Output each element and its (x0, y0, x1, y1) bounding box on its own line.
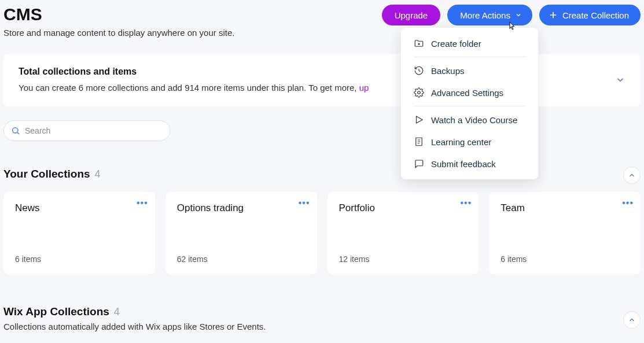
dropdown-item-watch-video[interactable]: Watch a Video Course (401, 109, 538, 131)
card-count: 6 items (15, 255, 143, 264)
search-icon (11, 126, 20, 135)
dropdown-divider (414, 106, 525, 106)
banner-title: Total collections and items (19, 67, 369, 77)
collection-card[interactable]: ••• Team 6 items (489, 192, 641, 274)
dropdown-label: Advanced Settings (431, 88, 503, 98)
feedback-icon (414, 158, 424, 169)
page-subtitle: Store and manage content to display anyw… (3, 28, 234, 38)
card-more-icon[interactable]: ••• (137, 198, 148, 208)
collection-card[interactable]: ••• News 6 items (3, 192, 155, 274)
dropdown-item-backups[interactable]: Backups (401, 60, 538, 82)
your-collections-title: Your Collections (3, 168, 90, 180)
collapse-wix-collections-button[interactable] (623, 311, 641, 329)
plan-info-banner: Total collections and items You can crea… (3, 54, 641, 106)
history-icon (414, 65, 424, 76)
more-actions-label: More Actions (460, 10, 510, 20)
plus-icon (549, 10, 558, 20)
chevron-up-icon (628, 316, 636, 324)
dropdown-label: Backups (431, 66, 465, 76)
create-collection-button[interactable]: Create Collection (539, 5, 641, 25)
search-box[interactable] (3, 120, 170, 141)
dropdown-label: Learning center (431, 137, 491, 147)
play-icon (414, 115, 424, 125)
your-collections-count: 4 (95, 168, 101, 180)
page-title: CMS (3, 5, 234, 24)
dropdown-item-create-folder[interactable]: Create folder (401, 32, 538, 54)
dropdown-item-advanced-settings[interactable]: Advanced Settings (401, 82, 538, 104)
collapse-your-collections-button[interactable] (623, 167, 641, 184)
card-more-icon[interactable]: ••• (622, 198, 634, 208)
search-input[interactable] (25, 126, 163, 135)
collection-card[interactable]: ••• Portfolio 12 items (327, 192, 479, 274)
collection-card[interactable]: ••• Options trading 62 items (165, 192, 317, 274)
more-actions-button[interactable]: More Actions (447, 5, 532, 25)
card-title: Team (501, 202, 629, 214)
create-collection-label: Create Collection (562, 10, 629, 20)
folder-plus-icon (414, 38, 424, 49)
document-icon (414, 137, 424, 147)
card-title: Options trading (177, 202, 306, 214)
more-actions-dropdown: Create folder Backups Advanced Settings … (401, 28, 538, 179)
upgrade-button[interactable]: Upgrade (382, 5, 441, 25)
dropdown-divider (414, 57, 525, 57)
svg-point-0 (13, 128, 18, 133)
upgrade-link[interactable]: up (359, 83, 369, 93)
wix-app-collections-count: 4 (114, 306, 120, 318)
dropdown-item-learning-center[interactable]: Learning center (401, 131, 538, 153)
chevron-up-icon (628, 171, 636, 179)
svg-point-1 (418, 91, 421, 94)
wix-app-collections-title: Wix App Collections (3, 305, 109, 318)
banner-text: You can create 6 more collections and ad… (19, 83, 369, 93)
dropdown-item-submit-feedback[interactable]: Submit feedback (401, 153, 538, 175)
wix-app-collections-subtitle: Collections automatically added with Wix… (3, 322, 641, 331)
card-more-icon[interactable]: ••• (460, 198, 472, 208)
card-count: 12 items (339, 255, 468, 264)
card-title: News (15, 202, 143, 214)
card-more-icon[interactable]: ••• (299, 198, 310, 208)
dropdown-label: Submit feedback (431, 159, 496, 169)
card-count: 62 items (177, 255, 306, 264)
dropdown-label: Watch a Video Course (431, 115, 517, 125)
banner-expand-chevron-icon[interactable] (615, 75, 625, 85)
chevron-down-icon (515, 12, 522, 19)
dropdown-label: Create folder (431, 39, 481, 49)
gear-icon (414, 87, 424, 98)
card-title: Portfolio (339, 202, 468, 214)
card-count: 6 items (501, 255, 629, 264)
